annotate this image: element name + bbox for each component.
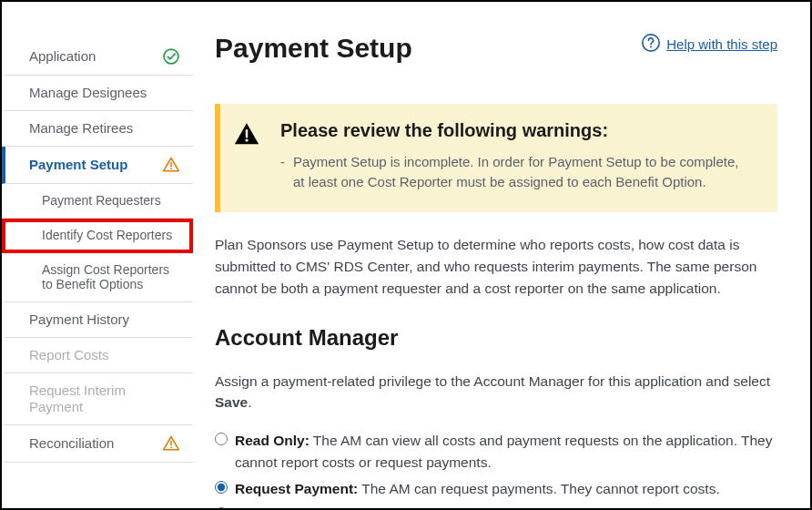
svg-point-6 [650,46,652,48]
nav-item-application[interactable]: Application [2,38,193,76]
page-description: Plan Sponsors use Payment Setup to deter… [215,234,777,300]
warning-triangle-icon [162,434,180,453]
radio-option-request-payment[interactable]: Request Payment: The AM can request paym… [215,477,777,500]
radio-option-report-costs[interactable]: Report Costs: The AM can report costs. T… [215,504,777,508]
nav-item-label: Assign Cost Reporters to Benefit Options [42,262,180,293]
nav-item-label: Application [29,48,96,65]
svg-point-2 [170,168,172,169]
section-account-manager-title: Account Manager [215,325,777,351]
nav-item-label: Payment Requesters [42,193,161,209]
radio-read-only[interactable] [215,433,228,445]
nav-sub-assign-cost-reporters[interactable]: Assign Cost Reporters to Benefit Options [2,253,193,303]
question-circle-icon [641,33,661,56]
nav-item-payment-setup[interactable]: Payment Setup [2,147,193,184]
nav-item-label: Payment History [29,311,129,328]
nav-item-label: Payment Setup [29,157,127,173]
radio-request-payment[interactable] [215,481,228,494]
nav-item-report-costs: Report Costs [2,338,193,373]
warning-title: Please review the following warnings: [280,120,752,141]
nav-sub-identify-cost-reporters[interactable]: Identify Cost Reporters [2,219,193,253]
check-circle-icon [162,47,180,66]
nav-item-manage-designees[interactable]: Manage Designees [2,76,193,111]
svg-point-8 [245,138,248,141]
nav-item-label: Identify Cost Reporters [42,228,172,243]
nav-item-label: Reconciliation [29,435,114,452]
warning-item: Payment Setup is incomplete. In order fo… [280,152,752,192]
nav-item-payment-history[interactable]: Payment History [2,302,193,338]
page-title: Payment Setup [215,33,412,64]
nav-item-request-interim-payment: Request Interim Payment [2,373,193,425]
alert-triangle-icon [233,120,260,151]
nav-item-label: Request Interim Payment [29,382,180,415]
radio-option-read-only[interactable]: Read Only: The AM can view all costs and… [215,429,777,474]
svg-point-4 [170,446,172,448]
help-link[interactable]: Help with this step [641,33,777,56]
nav-item-reconciliation[interactable]: Reconciliation [2,425,193,463]
nav-item-label: Manage Designees [29,85,147,101]
help-link-label: Help with this step [666,36,777,52]
warning-alert: Please review the following warnings: Pa… [215,104,777,212]
section-intro: Assign a payment-related privilege to th… [215,371,777,413]
main-content: Payment Setup Help with this step Please… [193,2,810,508]
sidebar-nav: Application Manage Designees Manage Reti… [2,2,193,508]
nav-item-manage-retirees[interactable]: Manage Retirees [2,111,193,147]
warning-triangle-icon [162,156,180,174]
nav-sub-payment-requesters[interactable]: Payment Requesters [2,184,193,219]
nav-item-label: Report Costs [29,347,109,363]
radio-report-costs[interactable] [215,507,228,508]
radio-group-am-privilege: Read Only: The AM can view all costs and… [215,429,777,508]
nav-item-label: Manage Retirees [29,120,133,137]
svg-point-0 [164,49,178,64]
